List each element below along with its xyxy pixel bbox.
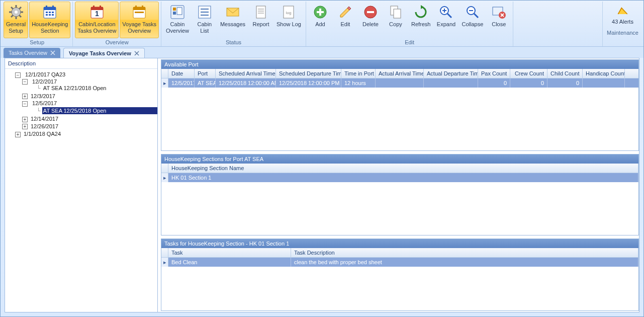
expand-button[interactable]: Expand	[434, 2, 458, 38]
collapse-label: Collapse	[462, 21, 483, 28]
zoom-in-icon	[438, 4, 454, 20]
cabin-list-button[interactable]: Cabin List	[193, 2, 217, 38]
cabin-location-tasks-button[interactable]: 1 Cabin/Location Tasks Overview	[75, 2, 119, 38]
show-log-button[interactable]: log Show Log	[274, 2, 304, 38]
tree-collapse-icon[interactable]: −	[22, 79, 28, 85]
svg-rect-17	[46, 14, 48, 16]
tree-leaf-selected[interactable]: AT SEA 12/25/2018 Open	[42, 107, 157, 114]
messages-button[interactable]: Messages	[218, 2, 248, 38]
tree-node[interactable]: 1/1/2018 QA24	[23, 130, 62, 137]
tree-expand-icon[interactable]: +	[22, 124, 28, 129]
tree-leaf[interactable]: AT SEA 12/21/2018 Open	[42, 85, 108, 92]
available-port-panel: Available Port Date Port Scheduled Arriv…	[161, 59, 639, 151]
col-hcap[interactable]: Handicap Count	[583, 69, 625, 78]
messages-label: Messages	[220, 21, 245, 28]
ribbon: General Setup HouseKeeping Section Setup…	[1, 1, 643, 47]
col-port[interactable]: Port	[195, 69, 216, 78]
col-child[interactable]: Child Count	[547, 69, 583, 78]
maintenance-label: Maintenance	[607, 30, 638, 36]
description-tree[interactable]: − 12/1/2017 QA23 − 12/2/2017 └ AT SEA 12…	[5, 69, 157, 140]
tree-node[interactable]: 12/5/2017	[31, 100, 58, 107]
svg-rect-16	[52, 12, 54, 13]
row-indicator-icon: ▸	[161, 173, 168, 182]
col-tip[interactable]: Time in Port	[341, 69, 376, 78]
copy-label: Copy	[389, 21, 402, 28]
col-pax[interactable]: Pax Count	[478, 69, 510, 78]
report-button[interactable]: Report	[249, 2, 273, 38]
tree-expand-icon[interactable]: +	[22, 94, 28, 99]
cell: clean the bed with proper bed sheet	[291, 258, 638, 267]
delete-button[interactable]: Delete	[358, 2, 383, 38]
tree-node[interactable]: 12/26/2017	[30, 123, 59, 130]
col-crew[interactable]: Crew Count	[510, 69, 547, 78]
tree-node[interactable]: 12/1/2017 QA23	[24, 71, 66, 78]
pencil-icon	[337, 4, 353, 20]
table-row[interactable]: ▸ Bed Clean clean the bed with proper be…	[161, 258, 638, 267]
edit-button[interactable]: Edit	[333, 2, 357, 38]
cell	[424, 78, 478, 88]
tree-collapse-icon[interactable]: −	[22, 101, 28, 107]
collapse-button[interactable]: Collapse	[459, 2, 486, 38]
row-indicator-icon: ▸	[161, 78, 168, 88]
tasks-grid[interactable]: Task Task Description ▸ Bed Clean clean …	[161, 248, 638, 267]
tree-header: Description	[5, 58, 157, 69]
svg-rect-39	[256, 6, 265, 18]
voyage-tasks-overview-button[interactable]: Voyage Tasks Overview	[120, 2, 159, 38]
tab-tasks-overview[interactable]: Tasks Overview	[4, 48, 60, 58]
tree-collapse-icon[interactable]: −	[15, 72, 21, 78]
svg-rect-32	[173, 12, 176, 15]
cell: 12/25/2018 12:00:00 AM	[216, 78, 276, 88]
col-sat[interactable]: Scheduled Arrival Time	[216, 69, 276, 78]
tree-node[interactable]: 12/14/2017	[30, 115, 59, 122]
close-button[interactable]: Close	[487, 2, 511, 38]
svg-rect-31	[173, 8, 176, 11]
svg-line-9	[19, 7, 21, 9]
calendar-week-icon	[131, 4, 147, 20]
table-row[interactable]: ▸ 12/5/2017 AT SEA 12/25/2018 12:00:00 A…	[161, 78, 638, 88]
general-setup-button[interactable]: General Setup	[4, 2, 28, 38]
alert-count[interactable]: 43 Alerts	[612, 19, 633, 25]
cabin-location-tasks-label: Cabin/Location Tasks Overview	[77, 21, 116, 34]
col-sdt[interactable]: Scheduled Departure Time	[276, 69, 341, 78]
svg-marker-48	[340, 8, 349, 17]
copy-button[interactable]: Copy	[384, 2, 408, 38]
tree-expand-icon[interactable]: +	[22, 117, 28, 122]
tree-expand-icon[interactable]: +	[15, 132, 21, 137]
cell: 0	[478, 78, 510, 88]
col-hk-name[interactable]: HouseKeeping Section Name	[168, 164, 638, 173]
svg-rect-18	[49, 14, 51, 16]
col-task[interactable]: Task	[168, 248, 291, 257]
col-date[interactable]: Date	[168, 69, 195, 78]
add-button[interactable]: Add	[308, 2, 332, 38]
refresh-button[interactable]: Refresh	[409, 2, 433, 38]
available-port-grid[interactable]: Date Port Scheduled Arrival Time Schedul…	[161, 69, 638, 88]
svg-rect-53	[394, 9, 401, 18]
svg-line-8	[11, 15, 13, 17]
tree-pane: Description − 12/1/2017 QA23 − 12/2/2017…	[5, 58, 158, 312]
close-icon	[491, 4, 507, 20]
tab-close-icon[interactable]	[134, 51, 139, 56]
tree-node[interactable]: 12/2/2017	[31, 78, 58, 85]
col-adt[interactable]: Actual Departure Time	[424, 69, 478, 78]
tree-node[interactable]: 12/3/2017	[30, 93, 56, 100]
expand-label: Expand	[437, 21, 455, 28]
calendar-day-icon: 1	[89, 4, 105, 20]
hk-sections-grid[interactable]: HouseKeeping Section Name ▸ HK 01 Sectio…	[161, 164, 638, 182]
svg-rect-33	[177, 8, 182, 15]
close-label: Close	[492, 21, 506, 28]
zoom-out-icon	[465, 4, 481, 20]
svg-rect-28	[142, 6, 143, 9]
col-aat[interactable]: Actual Arrival Time	[376, 69, 424, 78]
cell: Bed Clean	[168, 258, 291, 267]
cabin-overview-button[interactable]: Cabin Overview	[163, 2, 192, 38]
col-task-desc[interactable]: Task Description	[291, 248, 638, 257]
housekeeping-section-button[interactable]: HouseKeeping Section	[29, 2, 70, 38]
tab-close-icon[interactable]	[50, 50, 55, 55]
alert-icon[interactable]	[616, 4, 630, 18]
tab-voyage-tasks-overview[interactable]: Voyage Tasks Overview	[63, 48, 145, 58]
ribbon-group-edit: Add Edit Delete Copy Refresh Expand	[306, 2, 513, 46]
delete-icon	[362, 4, 379, 20]
table-row[interactable]: ▸ HK 01 Section 1	[161, 173, 638, 182]
hk-sections-panel: HouseKeeping Sections for Port AT SEA Ho…	[161, 154, 639, 235]
svg-rect-26	[133, 7, 145, 10]
